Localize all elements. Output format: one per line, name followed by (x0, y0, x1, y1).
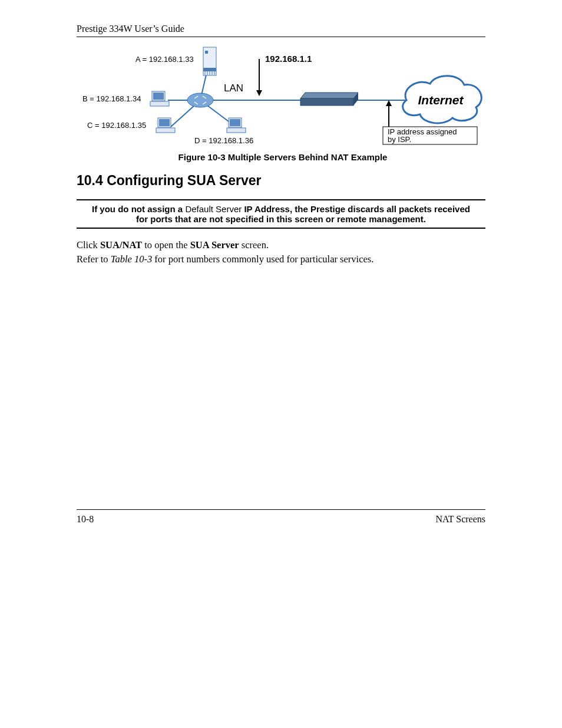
router-icon (187, 93, 213, 107)
svg-marker-26 (256, 90, 262, 96)
body2-pre: Refer to (77, 253, 111, 265)
body1-mid: to open the (142, 239, 190, 251)
prestige-device-icon (300, 93, 358, 106)
page: Prestige 334W User’s Guide (0, 0, 562, 728)
svg-rect-21 (230, 119, 240, 126)
note-pre: If you do not assign a (92, 204, 185, 214)
body1-b1: SUA/NAT (100, 239, 142, 251)
svg-rect-24 (300, 98, 353, 106)
body1-post: screen. (239, 239, 269, 251)
note-mid: Default Server (185, 204, 242, 214)
nat-diagram-svg: Internet 192.168.1.1 LAN A = 192.168.1.3… (77, 44, 489, 147)
running-header: Prestige 334W User’s Guide (77, 24, 485, 34)
svg-rect-18 (159, 119, 170, 126)
body-line-1: Click SUA/NAT to open the SUA Server scr… (77, 239, 485, 251)
server-a-icon (203, 47, 216, 75)
body1-pre: Click (77, 239, 100, 251)
svg-rect-15 (153, 93, 164, 100)
host-a-label: A = 192.168.1.33 (135, 55, 194, 64)
section-heading: 10.4 Configuring SUA Server (77, 173, 485, 189)
isp-note-line2: by ISP. (388, 135, 411, 144)
footer: 10-8 NAT Screens (77, 514, 485, 525)
host-b-label: B = 192.168.1.34 (82, 94, 141, 103)
host-d-label: D = 192.168.1.36 (194, 136, 253, 145)
router-ip-label: 192.168.1.1 (265, 54, 312, 64)
header-rule (77, 37, 485, 37)
figure-caption: Figure 10-3 Multiple Servers Behind NAT … (77, 152, 489, 162)
footer-page-number: 10-8 (77, 514, 94, 525)
body2-post: for port numbers commonly used for parti… (152, 253, 373, 265)
svg-rect-22 (227, 128, 246, 133)
svg-point-23 (187, 93, 213, 107)
svg-rect-13 (205, 51, 208, 54)
body-line-2: Refer to Table 10-3 for port numbers com… (77, 253, 485, 265)
body1-b2: SUA Server (190, 239, 239, 251)
isp-arrow (386, 100, 392, 127)
lan-label: LAN (224, 83, 243, 94)
note-box: If you do not assign a Default Server IP… (77, 199, 485, 229)
internet-label: Internet (418, 93, 464, 107)
body2-i: Table 10-3 (111, 253, 152, 265)
diagram: Internet 192.168.1.1 LAN A = 192.168.1.3… (77, 44, 489, 162)
pc-d-icon (227, 118, 246, 133)
router-ip-arrow (256, 59, 262, 96)
svg-rect-16 (150, 101, 169, 106)
footer-rule (77, 509, 485, 510)
pc-b-icon (150, 91, 169, 106)
svg-rect-19 (156, 128, 175, 133)
host-c-label: C = 192.168.1.35 (87, 121, 146, 130)
footer-section-name: NAT Screens (435, 514, 485, 525)
svg-marker-28 (386, 100, 392, 106)
